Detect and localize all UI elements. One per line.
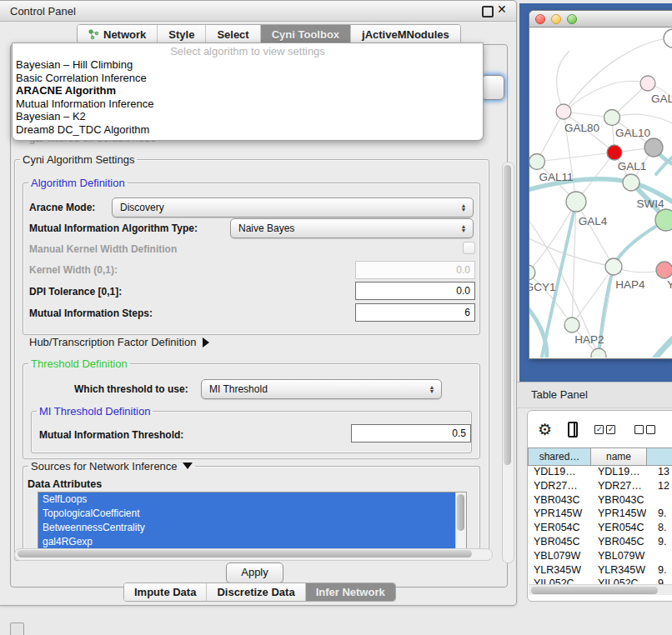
network-icon (88, 29, 99, 40)
unchecked-box-icon (634, 425, 644, 434)
column-header-partial[interactable]: A (647, 448, 672, 466)
tab-jactivemnodules[interactable]: jActiveMNodules (351, 25, 460, 43)
algorithm-dropdown-placeholder: Select algorithm to view settings (13, 43, 483, 58)
control-panel-titlebar[interactable]: Control Panel ✕ (0, 1, 516, 22)
algorithm-option[interactable]: Basic Correlation Inference (13, 72, 483, 85)
network-node-gcy1[interactable] (529, 265, 535, 280)
network-node-swi4[interactable] (623, 174, 639, 191)
close-traffic-light-icon[interactable] (535, 14, 545, 24)
expanded-arrow-icon (183, 462, 193, 469)
which-threshold-combo[interactable]: MI Threshold ▲▼ (201, 379, 442, 399)
show-checked-columns-button[interactable]: ✓ ✓ (594, 425, 618, 434)
node-table: shared… name A YDL19…YDL19…13YDR27…YDR27… (528, 448, 672, 592)
algorithm-option[interactable]: Bayesian – K2 (13, 110, 483, 123)
settings-vertical-scrollbar[interactable] (502, 162, 514, 563)
float-window-icon[interactable] (482, 6, 494, 18)
algorithm-option[interactable]: Mutual Information Inference (13, 98, 483, 111)
table-row[interactable]: YBL079WYBL079W (528, 550, 672, 564)
network-node-gal1[interactable] (607, 145, 622, 160)
occluded-combo-button (481, 75, 504, 100)
table-cell: 9. (646, 508, 672, 522)
stepper-arrows-icon: ▲▼ (457, 203, 473, 212)
table-row[interactable]: YDL19…YDL19…13 (528, 466, 672, 480)
hub-tf-definition-toggle[interactable]: Hub/Transcription Factor Definition (29, 336, 209, 348)
table-row[interactable]: YBR045CYBR045C9. (528, 536, 672, 550)
mi-threshold-field[interactable] (351, 424, 471, 442)
tab-cyni-toolbox[interactable]: Cyni Toolbox (261, 25, 351, 43)
table-cell: YDL19… (591, 466, 646, 480)
cyni-algorithm-settings-title: Cyni Algorithm Settings (20, 153, 137, 166)
network-window-titlebar[interactable] (529, 11, 672, 28)
network-node-hap4[interactable] (605, 258, 622, 275)
table-row[interactable]: YLR345WYLR345W9. (528, 564, 672, 578)
algorithm-option[interactable]: ARACNE Algorithm (13, 84, 483, 98)
network-node-gal11[interactable] (529, 154, 545, 170)
data-attribute-item[interactable]: SelfLoops (38, 492, 466, 507)
collapsed-panel-icon[interactable] (10, 622, 24, 635)
sources-toggle[interactable]: Sources for Network Inference (28, 460, 195, 472)
screen: Control Panel ✕ Network Style Select (0, 0, 672, 635)
network-node-gal80[interactable] (556, 104, 571, 119)
table-row[interactable]: YPR145WYPR145W9. (528, 508, 672, 522)
table-horizontal-scrollbar[interactable] (529, 584, 672, 595)
kernel-width-field[interactable] (355, 261, 475, 279)
network-node-hap2[interactable] (564, 318, 579, 332)
data-attribute-item[interactable]: TopologicalCoefficient (38, 507, 466, 521)
algorithm-option[interactable]: Dream8 DC_TDC Algorithm (13, 123, 483, 137)
close-icon[interactable]: ✕ (497, 2, 507, 16)
column-header-name[interactable]: name (591, 448, 647, 466)
manual-kernel-checkbox[interactable] (463, 242, 475, 254)
network-node[interactable] (664, 29, 672, 48)
network-node-gal10[interactable] (604, 110, 620, 126)
tab-infer-network[interactable]: Infer Network (306, 583, 395, 601)
table-row[interactable]: YBR043CYBR043C (528, 494, 672, 508)
data-attributes-label: Data Attributes (28, 478, 102, 490)
network-node-gal4[interactable] (566, 192, 586, 212)
minimize-traffic-light-icon[interactable] (551, 14, 561, 24)
mi-steps-field[interactable] (355, 303, 475, 322)
split-columns-icon[interactable] (568, 422, 578, 438)
aracne-mode-value: Discovery (113, 202, 457, 213)
attributes-list-scrollbar[interactable] (455, 492, 466, 551)
network-node-y[interactable] (656, 262, 672, 278)
dpi-tolerance-field[interactable] (355, 282, 475, 300)
aracne-mode-combo[interactable]: Discovery ▲▼ (112, 198, 474, 218)
tab-select[interactable]: Select (206, 25, 260, 43)
unchecked-box-icon (646, 425, 655, 434)
gear-icon[interactable]: ⚙ (538, 420, 552, 439)
algorithm-option[interactable]: Bayesian – Hill Climbing (13, 58, 483, 72)
table-cell: 9. (646, 564, 672, 578)
kernel-width-label: Kernel Width (0,1): (29, 264, 118, 276)
network-canvas[interactable]: GALGAL80GAL10GAL1GAL11SWI4GAL4GCY1HAP4YH… (529, 28, 672, 358)
tab-impute-data[interactable]: Impute Data (124, 583, 207, 601)
dpi-tolerance-label: DPI Tolerance [0,1]: (29, 286, 122, 298)
tab-impute-data-label: Impute Data (134, 586, 196, 598)
zoom-traffic-light-icon[interactable] (567, 14, 577, 24)
table-cell: YBR043C (528, 494, 591, 508)
tab-style[interactable]: Style (158, 25, 206, 43)
stepper-arrows-icon: ▲▼ (425, 385, 441, 393)
column-header-shared-name[interactable]: shared… (528, 448, 591, 466)
apply-button[interactable]: Apply (226, 562, 283, 583)
network-node[interactable] (644, 138, 663, 157)
network-node-label: SWI4 (636, 198, 664, 210)
settings-horizontal-scrollbar[interactable] (14, 548, 493, 561)
table-cell: YLR345W (528, 564, 591, 578)
data-attribute-item[interactable]: gal4RGexp (38, 535, 466, 549)
table-cell: 9. (646, 536, 672, 550)
tab-discretize-data[interactable]: Discretize Data (207, 583, 305, 601)
hide-columns-button[interactable] (634, 425, 658, 434)
table-cell: YBR045C (528, 536, 591, 550)
data-attributes-list[interactable]: SelfLoopsTopologicalCoefficientBetweenne… (38, 492, 467, 552)
network-node-gal[interactable] (640, 76, 655, 91)
network-node[interactable] (655, 209, 672, 231)
table-cell: 13 (646, 466, 672, 480)
table-row[interactable]: YER054CYER054C8. (528, 522, 672, 536)
tab-network[interactable]: Network (78, 25, 158, 43)
mi-type-combo[interactable]: Naive Bayes ▲▼ (230, 218, 474, 238)
table-row[interactable]: YDR27…YDR27…12 (528, 480, 672, 494)
data-attribute-item[interactable]: BetweennessCentrality (38, 521, 466, 535)
threshold-definition-title: Threshold Definition (28, 358, 130, 370)
algorithm-dropdown: Select algorithm to view settings Bayesi… (12, 42, 484, 141)
tab-jactivemnodules-label: jActiveMNodules (362, 28, 449, 41)
